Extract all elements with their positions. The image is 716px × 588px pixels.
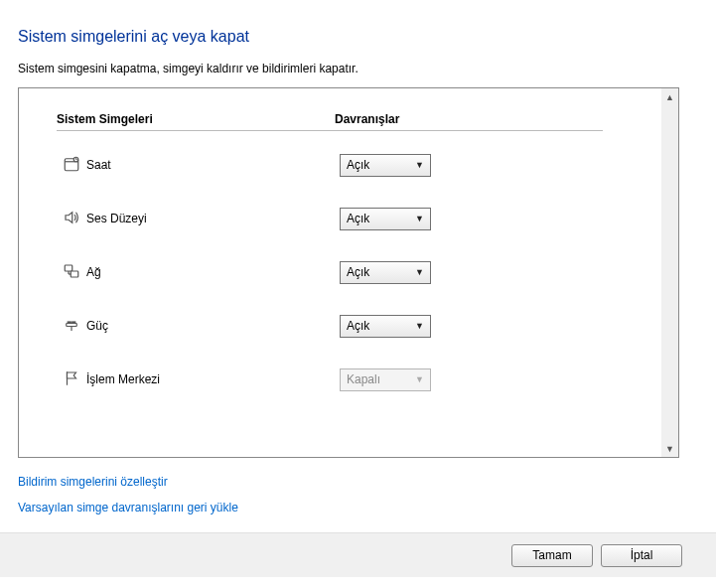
column-header-behaviors: Davranışlar bbox=[335, 112, 603, 131]
behavior-dropdown-action-center: Kapalı ▼ bbox=[340, 368, 431, 391]
behavior-dropdown-volume[interactable]: Açık ▼ bbox=[340, 208, 431, 230]
dropdown-value: Kapalı bbox=[347, 372, 380, 386]
row-label: Saat bbox=[86, 158, 340, 172]
rows-container: Saat Açık ▼ Ses Düzeyi bbox=[57, 138, 639, 406]
page-description: Sistem simgesini kapatma, simgeyi kaldır… bbox=[0, 46, 716, 75]
behavior-dropdown-power[interactable]: Açık ▼ bbox=[340, 315, 431, 338]
clock-icon bbox=[63, 155, 80, 176]
row-power: Güç Açık ▼ bbox=[57, 299, 639, 353]
dropdown-value: Açık bbox=[347, 319, 369, 333]
scroll-up-icon[interactable]: ▲ bbox=[661, 88, 678, 105]
row-label: İşlem Merkezi bbox=[86, 372, 340, 386]
svg-rect-7 bbox=[71, 271, 78, 277]
scrollbar[interactable]: ▲ ▼ bbox=[661, 88, 678, 457]
volume-icon bbox=[63, 209, 80, 229]
ok-button[interactable]: Tamam bbox=[511, 544, 593, 567]
row-label: Güç bbox=[86, 319, 340, 333]
svg-rect-12 bbox=[67, 323, 77, 326]
chevron-down-icon: ▼ bbox=[415, 267, 424, 277]
row-network: Ağ Açık ▼ bbox=[57, 245, 639, 299]
dropdown-value: Açık bbox=[347, 212, 369, 225]
row-action-center: İşlem Merkezi Kapalı ▼ bbox=[57, 353, 639, 406]
cancel-button[interactable]: İptal bbox=[601, 544, 682, 567]
dropdown-value: Açık bbox=[347, 265, 369, 279]
row-label: Ses Düzeyi bbox=[86, 212, 340, 225]
row-volume: Ses Düzeyi Açık ▼ bbox=[57, 192, 639, 245]
column-header-system-icons: Sistem Simgeleri bbox=[57, 112, 335, 131]
link-restore-default-behaviors[interactable]: Varsayılan simge davranışlarını geri yük… bbox=[18, 501, 238, 514]
row-clock: Saat Açık ▼ bbox=[57, 138, 639, 192]
page-title: Sistem simgelerini aç veya kapat bbox=[0, 0, 716, 46]
power-icon bbox=[63, 316, 80, 337]
chevron-down-icon: ▼ bbox=[415, 160, 424, 170]
chevron-down-icon: ▼ bbox=[415, 321, 424, 331]
chevron-down-icon: ▼ bbox=[415, 214, 424, 223]
network-icon bbox=[63, 262, 80, 283]
footer: Tamam İptal bbox=[0, 532, 716, 577]
behavior-dropdown-network[interactable]: Açık ▼ bbox=[340, 261, 431, 284]
settings-panel: Sistem Simgeleri Davranışlar Saat bbox=[18, 87, 679, 458]
dropdown-value: Açık bbox=[347, 158, 369, 172]
scroll-down-icon[interactable]: ▼ bbox=[661, 440, 678, 457]
behavior-dropdown-clock[interactable]: Açık ▼ bbox=[340, 154, 431, 177]
svg-rect-6 bbox=[65, 265, 72, 271]
flag-icon bbox=[63, 369, 80, 390]
link-customize-notification-icons[interactable]: Bildirim simgelerini özelleştir bbox=[18, 475, 168, 489]
row-label: Ağ bbox=[86, 265, 340, 279]
svg-marker-5 bbox=[66, 212, 72, 222]
chevron-down-icon: ▼ bbox=[415, 374, 424, 384]
